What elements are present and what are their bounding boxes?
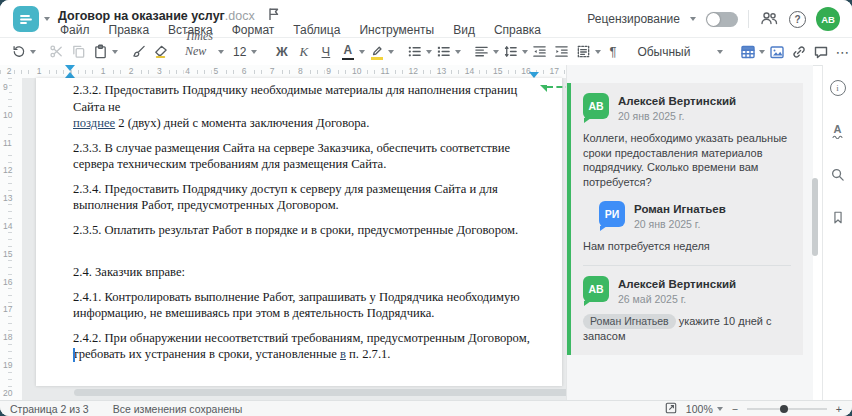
flag-icon[interactable] — [267, 7, 280, 24]
document-info-icon[interactable]: i — [829, 79, 847, 97]
user-avatar[interactable]: АВ — [816, 7, 840, 31]
comment-thread-card[interactable]: АВ Алексей Вертинский 20 янв 2025 г. Кол… — [567, 83, 803, 355]
fit-width-icon[interactable] — [665, 402, 677, 416]
vertical-scrollbar[interactable] — [812, 178, 818, 256]
underline-button[interactable]: Ч — [315, 40, 336, 63]
line-spacing-caret-icon[interactable] — [522, 50, 528, 54]
insert-table-caret-icon[interactable] — [759, 50, 765, 54]
horizontal-scrollbar[interactable] — [74, 389, 594, 396]
review-caret-icon[interactable] — [690, 17, 696, 21]
menu-tools[interactable]: Инструменты — [359, 23, 434, 37]
insert-link-button[interactable] — [788, 40, 809, 63]
numbered-list-caret-icon[interactable] — [455, 50, 461, 54]
format-painter-icon[interactable] — [128, 40, 149, 63]
ruler-number: 1 — [35, 66, 44, 77]
increase-indent-button[interactable] — [551, 40, 572, 63]
clear-formatting-icon[interactable] — [150, 40, 171, 63]
comment-reply-1: РИ Роман Игнатьев 20 янв 2025 г. — [599, 201, 791, 230]
app-menu-caret-icon[interactable] — [44, 17, 50, 21]
paragraph-style-select[interactable]: Обычный — [633, 40, 727, 63]
bookmark-icon[interactable] — [829, 208, 847, 226]
insert-table-button[interactable] — [737, 40, 758, 63]
paste-caret-icon[interactable] — [112, 50, 118, 54]
bullet-list-button[interactable] — [404, 40, 425, 63]
paragraph-2-4-1[interactable]: 2.4.1. Контролировать выполнение Работ, … — [73, 289, 533, 322]
ruler-number: 11 — [2, 138, 13, 149]
paragraph-2-3-3[interactable]: 2.3.3. В случае размещения Сайта на серв… — [73, 140, 533, 173]
align-left-button[interactable] — [471, 40, 492, 63]
app-logo-icon — [18, 11, 34, 27]
document-page[interactable]: 2.3.2. Предоставить Подрядчику необходим… — [36, 78, 562, 386]
comment-anchor-icon — [540, 85, 547, 92]
paragraph-2-3-2[interactable]: 2.3.2. Предоставить Подрядчику необходим… — [73, 82, 533, 132]
menu-format[interactable]: Формат — [232, 23, 275, 37]
ruler-number: 14 — [463, 66, 476, 77]
comment-author-avatar: АВ — [583, 93, 609, 119]
zoom-level-select[interactable]: 100% — [686, 403, 723, 415]
spellcheck-icon[interactable]: А — [829, 122, 847, 140]
font-color-button[interactable]: А — [337, 39, 358, 64]
first-line-indent-marker[interactable] — [65, 65, 75, 71]
align-caret-icon[interactable] — [493, 50, 499, 54]
paragraph-settings-caret-icon[interactable] — [595, 50, 601, 54]
ruler-number: 13 — [435, 66, 448, 77]
ruler-number: 10 — [2, 110, 13, 121]
paste-button[interactable] — [90, 40, 111, 63]
menu-help[interactable]: Справка — [494, 23, 541, 37]
insert-image-button[interactable] — [766, 40, 787, 63]
ruler-number: 7 — [268, 66, 277, 77]
ruler-number: 6 — [240, 66, 249, 77]
ruler-number: 12 — [2, 165, 13, 176]
paragraph-2-4-2[interactable]: 2.4.2. При обнаружении несоответствий тр… — [73, 330, 533, 363]
zoom-slider[interactable] — [747, 408, 827, 410]
reply-text: Нам потребуется неделя — [583, 239, 791, 254]
line-spacing-button[interactable] — [500, 40, 521, 63]
document-text[interactable]: 2.3.2. Предоставить Подрядчику необходим… — [73, 82, 533, 371]
numbered-list-button[interactable] — [433, 40, 454, 63]
menu-file[interactable]: Файл — [60, 23, 90, 37]
comment-text: Коллеги, необходимо указать реальные сро… — [583, 131, 791, 189]
cut-button[interactable] — [46, 40, 67, 63]
paragraph-2-3-5[interactable]: 2.3.5. Оплатить результат Работ в порядк… — [73, 222, 533, 239]
vertical-ruler[interactable]: 91011121314151617181920 — [0, 78, 22, 400]
toolbar-more-button[interactable]: ⋯ — [832, 40, 852, 63]
paragraph-2-3-4[interactable]: 2.3.4. Предоставить Подрядчику доступ к … — [73, 181, 533, 214]
comment2-date: 26 май 2025 г. — [618, 293, 736, 305]
undo-caret-icon[interactable] — [30, 50, 36, 54]
menu-edit[interactable]: Правка — [109, 23, 150, 37]
mention-chip[interactable]: Роман Игнатьев — [583, 314, 676, 329]
undo-button[interactable] — [8, 40, 29, 63]
document-title: Договор на оказание услуг — [58, 9, 225, 23]
paragraph-settings-button[interactable] — [573, 40, 594, 63]
highlight-caret-icon[interactable] — [388, 50, 394, 54]
app-menu-button[interactable] — [13, 6, 39, 32]
collaboration-icon[interactable] — [759, 10, 779, 29]
menu-table[interactable]: Таблица — [293, 23, 340, 37]
zoom-out-button[interactable]: − — [732, 403, 738, 415]
horizontal-ruler[interactable]: 21123456789101112131415161718 — [0, 65, 566, 79]
ruler-number: 2 — [5, 66, 14, 77]
page-counter[interactable]: Страница 2 из 3 — [10, 403, 89, 415]
app-window: Договор на оказание услуг.docx Файл Прав… — [0, 0, 852, 416]
ruler-number: 10 — [350, 66, 363, 77]
zoom-slider-handle[interactable] — [780, 405, 788, 413]
search-icon[interactable] — [829, 165, 847, 183]
font-size-select[interactable]: 12 — [229, 40, 261, 63]
copy-button[interactable] — [68, 40, 89, 63]
zoom-in-button[interactable]: + — [836, 403, 842, 415]
font-color-caret-icon[interactable] — [359, 50, 365, 54]
bold-button[interactable]: Ж — [271, 40, 292, 63]
formatting-marks-button[interactable]: ¶ — [602, 40, 623, 63]
help-icon[interactable]: ? — [789, 11, 806, 28]
insert-comment-button[interactable] — [810, 40, 831, 63]
highlight-color-button[interactable] — [366, 39, 387, 64]
review-toggle[interactable] — [706, 12, 738, 27]
decrease-indent-button[interactable] — [529, 40, 550, 63]
ruler-number: 4 — [183, 66, 192, 77]
font-family-select[interactable]: Times New ... — [181, 40, 228, 63]
review-mode-dropdown[interactable]: Рецензирование — [587, 12, 680, 26]
bullet-list-caret-icon[interactable] — [426, 50, 432, 54]
menu-view[interactable]: Вид — [453, 23, 475, 37]
paragraph-2-4[interactable]: 2.4. Заказчик вправе: — [73, 264, 533, 281]
italic-button[interactable]: К — [293, 40, 314, 63]
